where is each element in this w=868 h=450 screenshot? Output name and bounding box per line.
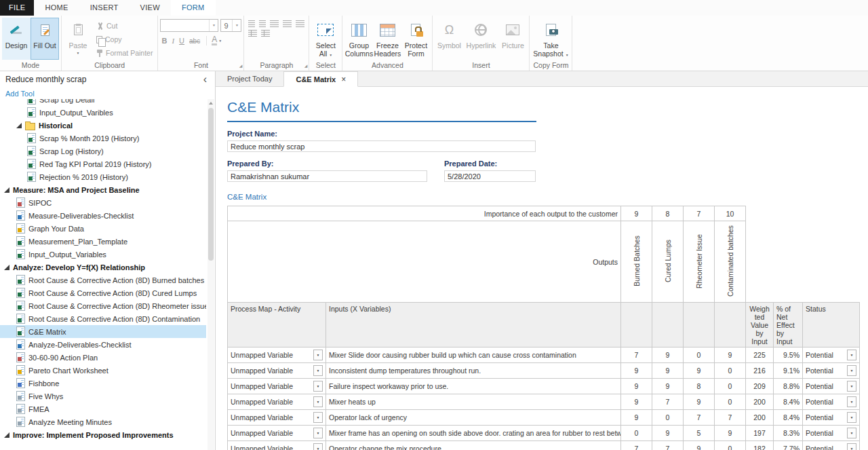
scrollbar-thumb[interactable] bbox=[208, 108, 214, 261]
input-variable-cell[interactable]: Mixer heats up bbox=[326, 394, 621, 410]
score-cell[interactable]: 7 bbox=[652, 441, 684, 450]
score-cell[interactable]: 7 bbox=[684, 410, 715, 426]
score-cell[interactable]: 7 bbox=[652, 394, 684, 410]
tree-item[interactable]: Input_Output_Variables bbox=[0, 248, 206, 261]
status-dropdown-cell[interactable]: Potential ▼ bbox=[803, 441, 860, 450]
design-button[interactable]: Design bbox=[2, 18, 31, 60]
tree-item[interactable]: Measure: MSA and Project Baseline bbox=[0, 183, 206, 196]
dropdown-button[interactable]: ▼ bbox=[313, 428, 323, 438]
underline-button[interactable]: U bbox=[179, 37, 184, 45]
score-cell[interactable]: 0 bbox=[715, 363, 746, 379]
tree-item[interactable]: Analyze: Develop Y=f(X) Relationship bbox=[0, 261, 206, 274]
dropdown-button[interactable]: ▼ bbox=[313, 381, 323, 392]
dropdown-button[interactable]: ▼ bbox=[847, 396, 856, 407]
importance-value-cell[interactable]: 7 bbox=[684, 206, 715, 221]
numbered-list-icon[interactable] bbox=[259, 20, 266, 27]
sidebar-scrollbar[interactable] bbox=[208, 99, 214, 450]
tree-item[interactable]: Scrap Log (History) bbox=[0, 145, 206, 157]
dropdown-button[interactable]: ▼ bbox=[847, 412, 856, 423]
tree-item[interactable]: Root Cause & Corrective Action (8D) Burn… bbox=[0, 274, 206, 286]
prepared-by-input[interactable] bbox=[227, 170, 427, 182]
cut-button[interactable]: Cut bbox=[94, 19, 155, 33]
score-cell[interactable]: 9 bbox=[715, 348, 746, 363]
bold-button[interactable]: B bbox=[161, 37, 167, 45]
score-cell[interactable]: 9 bbox=[684, 394, 715, 410]
freeze-headers-button[interactable]: Freeze Headers bbox=[373, 18, 401, 60]
ribbon-tab-file[interactable]: FILE bbox=[0, 0, 34, 16]
score-cell[interactable]: 9 bbox=[621, 410, 652, 426]
doc-tab-project-today[interactable]: Project Today bbox=[216, 71, 283, 86]
expand-arrow-icon[interactable] bbox=[4, 265, 9, 270]
dropdown-button[interactable]: ▼ bbox=[313, 396, 323, 407]
score-cell[interactable]: 8 bbox=[684, 379, 715, 394]
fill-out-button[interactable]: Fill Out bbox=[31, 18, 59, 60]
scroll-up-icon[interactable] bbox=[208, 99, 214, 107]
dropdown-button[interactable]: ▼ bbox=[847, 381, 856, 392]
status-dropdown-cell[interactable]: Potential ▼ bbox=[803, 363, 860, 379]
align-center-icon[interactable] bbox=[283, 20, 292, 27]
input-variable-cell[interactable]: Operator change the mix procedure. bbox=[326, 441, 621, 450]
dropdown-button[interactable]: ▼ bbox=[313, 350, 323, 360]
score-cell[interactable]: 9 bbox=[621, 394, 652, 410]
strikethrough-button[interactable]: abc bbox=[189, 37, 200, 45]
protect-form-button[interactable]: Protect Form bbox=[401, 18, 430, 60]
font-color-button[interactable]: A bbox=[212, 36, 217, 45]
activity-dropdown-cell[interactable]: Unmapped Variable ▼ bbox=[228, 363, 326, 379]
activity-dropdown-cell[interactable]: Unmapped Variable ▼ bbox=[228, 379, 326, 394]
dropdown-button[interactable]: ▼ bbox=[313, 412, 323, 423]
score-cell[interactable]: 9 bbox=[684, 363, 715, 379]
symbol-button[interactable]: Ω Symbol bbox=[435, 18, 463, 60]
bullet-list-icon[interactable] bbox=[248, 20, 255, 27]
tree-item[interactable]: Analyze Meeting Minutes bbox=[0, 415, 206, 428]
score-cell[interactable]: 0 bbox=[715, 379, 746, 394]
tree-item[interactable]: SIPOC bbox=[0, 196, 206, 209]
expand-arrow-icon[interactable] bbox=[4, 187, 9, 193]
tree-item[interactable]: 30-60-90 Action Plan bbox=[0, 351, 206, 364]
increase-indent-icon[interactable] bbox=[261, 30, 270, 37]
picture-button[interactable]: Picture bbox=[498, 18, 527, 60]
tree-item[interactable]: Red Tag KPI Portal 2019 (History) bbox=[0, 157, 206, 170]
score-cell[interactable]: 0 bbox=[621, 426, 652, 441]
italic-button[interactable]: I bbox=[172, 37, 174, 45]
activity-dropdown-cell[interactable]: Unmapped Variable ▼ bbox=[228, 441, 326, 450]
tree-item[interactable]: Analyze-Deliverables-Checklist bbox=[0, 338, 206, 351]
score-cell[interactable]: 0 bbox=[715, 394, 746, 410]
input-variable-cell[interactable]: Operator lack of urgency bbox=[326, 410, 621, 426]
score-cell[interactable]: 0 bbox=[652, 410, 684, 426]
output-header-cell[interactable]: Contaminated batches bbox=[715, 221, 746, 303]
dropdown-button[interactable]: ▼ bbox=[313, 365, 323, 376]
status-dropdown-cell[interactable]: Potential ▼ bbox=[803, 426, 860, 441]
close-icon[interactable]: × bbox=[341, 75, 346, 84]
input-variable-cell[interactable]: Mixer frame has an opening on south side… bbox=[326, 426, 621, 441]
add-tool-link[interactable]: Add Tool bbox=[0, 88, 215, 99]
score-cell[interactable]: 9 bbox=[715, 426, 746, 441]
dropdown-button[interactable]: ▼ bbox=[313, 443, 323, 450]
activity-dropdown-cell[interactable]: Unmapped Variable ▼ bbox=[228, 410, 326, 426]
output-header-cell[interactable]: Rheometer Issue bbox=[684, 221, 715, 303]
tree-item[interactable]: Historical bbox=[0, 119, 206, 132]
tree-item[interactable]: C&E Matrix bbox=[0, 325, 206, 338]
tree-item[interactable]: Graph Your Data bbox=[0, 222, 206, 235]
status-dropdown-cell[interactable]: Potential ▼ bbox=[803, 348, 860, 363]
dropdown-button[interactable]: ▼ bbox=[847, 350, 856, 360]
ribbon-tab-form[interactable]: FORM bbox=[171, 0, 216, 16]
activity-dropdown-cell[interactable]: Unmapped Variable ▼ bbox=[228, 426, 326, 441]
score-cell[interactable]: 9 bbox=[652, 426, 684, 441]
score-cell[interactable]: 0 bbox=[684, 348, 715, 363]
font-name-select[interactable]: ▼ bbox=[160, 19, 218, 32]
dropdown-button[interactable]: ▼ bbox=[847, 365, 856, 376]
tree-item[interactable]: Root Cause & Corrective Action (8D) Cont… bbox=[0, 312, 206, 325]
align-left-icon[interactable] bbox=[270, 20, 279, 27]
tree-item[interactable]: Improve: Implement Proposed Improvements bbox=[0, 428, 206, 441]
take-snapshot-button[interactable]: Take Snapshot ▼ bbox=[532, 18, 570, 60]
tree-item[interactable]: Input_Output_Varibles bbox=[0, 106, 206, 119]
font-size-select[interactable]: 9▼ bbox=[220, 19, 241, 32]
output-header-cell[interactable]: Cured Lumps bbox=[652, 221, 684, 303]
hyperlink-button[interactable]: Hyperlink bbox=[463, 18, 498, 60]
score-cell[interactable]: 9 bbox=[684, 441, 715, 450]
score-cell[interactable]: 9 bbox=[652, 379, 684, 394]
expand-arrow-icon[interactable] bbox=[4, 432, 9, 438]
paste-button[interactable]: Paste ▼ bbox=[64, 18, 92, 60]
importance-value-cell[interactable]: 8 bbox=[652, 206, 684, 221]
ribbon-tab-view[interactable]: VIEW bbox=[130, 0, 171, 16]
